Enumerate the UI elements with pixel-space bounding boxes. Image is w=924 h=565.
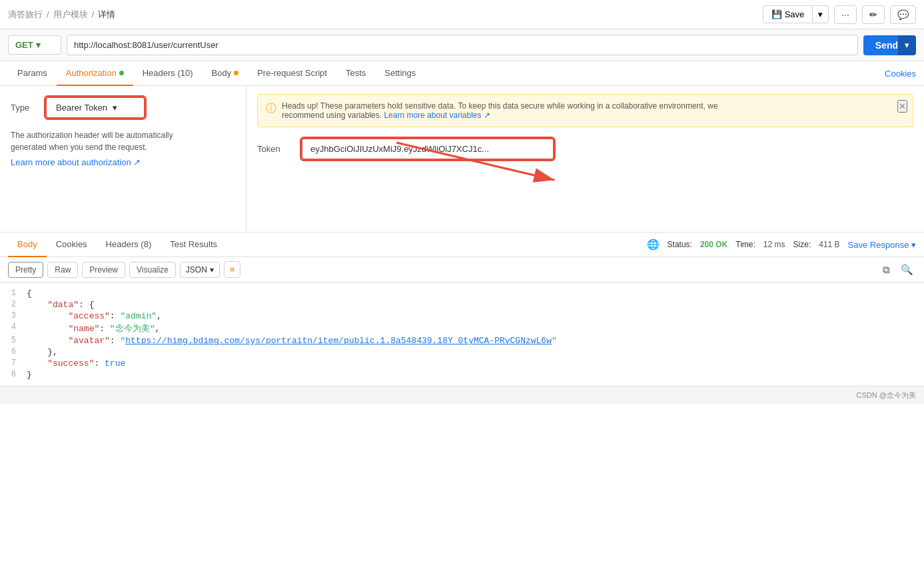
type-label: Type: [11, 103, 37, 113]
learn-more-link[interactable]: Learn more about authorization ↗: [11, 157, 141, 167]
time-label: Time:: [735, 240, 755, 249]
comment-icon: 💬: [897, 9, 909, 20]
code-line-6: 6 },: [0, 346, 924, 358]
format-pretty-button[interactable]: Pretty: [8, 262, 43, 278]
tab-authorization-label: Authorization: [66, 68, 117, 78]
status-value: 200 OK: [700, 240, 727, 249]
method-select[interactable]: GET ▾: [8, 35, 61, 55]
tab-tests[interactable]: Tests: [336, 61, 375, 86]
alert-variables-link[interactable]: Learn more about variables ↗: [384, 111, 490, 120]
toolbar-right: ⧉ 🔍: [880, 263, 916, 277]
code-content-2: "data": {: [27, 300, 924, 310]
send-button[interactable]: Send: [863, 35, 898, 55]
code-line-2: 2 "data": {: [0, 299, 924, 310]
tab-pre-request[interactable]: Pre-request Script: [248, 61, 336, 86]
type-chevron-icon: ▾: [113, 103, 117, 113]
tab-params[interactable]: Params: [8, 61, 57, 86]
save-response-button[interactable]: Save Response ▾: [848, 240, 916, 250]
alert-icon: ⓘ: [266, 102, 276, 116]
code-content-3: "access": "admin",: [27, 311, 924, 321]
response-tab-body[interactable]: Body: [8, 233, 47, 257]
format-raw-button[interactable]: Raw: [47, 262, 78, 278]
copy-button[interactable]: ⧉: [880, 263, 893, 277]
code-line-8: 8 }: [0, 369, 924, 380]
alert-text1: Heads up! These parameters hold sensitiv…: [282, 101, 718, 111]
line-num-2: 2: [0, 300, 27, 309]
alert-banner: ⓘ Heads up! These parameters hold sensit…: [257, 94, 913, 127]
more-button[interactable]: ···: [834, 5, 857, 24]
size-value: 411 B: [819, 240, 839, 249]
tab-settings[interactable]: Settings: [375, 61, 425, 86]
left-panel: Type Bearer Token ▾ The authorization he…: [0, 86, 246, 232]
line-num-3: 3: [0, 311, 27, 320]
code-line-3: 3 "access": "admin",: [0, 310, 924, 322]
response-cookies-label: Cookies: [56, 239, 87, 249]
send-dropdown-button[interactable]: ▾: [898, 35, 916, 55]
breadcrumb-sep2: /: [92, 9, 95, 19]
alert-text2: recommend using variables.: [282, 111, 382, 120]
auth-desc-line2: generated when you send the request.: [11, 143, 147, 152]
comment-button[interactable]: 💬: [890, 5, 916, 24]
tab-headers-label: Headers (10): [143, 68, 193, 78]
alert-text: Heads up! These parameters hold sensitiv…: [282, 101, 718, 120]
response-toolbar: Pretty Raw Preview Visualize JSON ▾ ≡ ⧉ …: [0, 257, 924, 282]
code-line-7: 7 "success": true: [0, 358, 924, 369]
format-visualize-button[interactable]: Visualize: [129, 262, 176, 278]
line-num-7: 7: [0, 358, 27, 368]
alert-close-button[interactable]: ✕: [897, 100, 907, 113]
time-value: 12 ms: [763, 240, 785, 249]
edit-button[interactable]: ✏: [862, 5, 885, 24]
save-dropdown-button[interactable]: ▾: [813, 5, 829, 23]
response-body-label: Body: [17, 239, 37, 249]
save-button[interactable]: 💾 Save: [763, 5, 813, 23]
token-row: Token eyJhbGciOiJIUzUxMiJ9.eyJzdWliOiJ7X…: [257, 138, 913, 160]
line-num-8: 8: [0, 370, 27, 379]
format-preview-button[interactable]: Preview: [82, 262, 125, 278]
code-area: 1 { 2 "data": { 3 "access": "admin", 4 "…: [0, 282, 924, 386]
save-label: Save: [785, 9, 805, 19]
response-area: Body Cookies Headers (8) Test Results 🌐 …: [0, 233, 924, 386]
breadcrumb-part2: 用户模块: [53, 9, 88, 21]
tab-headers[interactable]: Headers (10): [133, 61, 203, 86]
wrap-button[interactable]: ≡: [224, 261, 241, 278]
auth-desc-line1: The authorization header will be automat…: [11, 131, 173, 140]
cookies-link[interactable]: Cookies: [885, 69, 916, 79]
format-type-label: JSON: [186, 265, 207, 275]
search-button[interactable]: 🔍: [898, 263, 916, 277]
tab-body[interactable]: Body: [203, 61, 248, 86]
avatar-url-link[interactable]: https://himg.bdimg.com/sys/portraitn/ite…: [125, 336, 552, 346]
response-tab-headers[interactable]: Headers (8): [97, 233, 161, 257]
response-tab-test-results[interactable]: Test Results: [161, 233, 227, 257]
request-tabs: Params Authorization Headers (10) Body P…: [0, 61, 924, 86]
type-select[interactable]: Bearer Token ▾: [45, 97, 145, 119]
tab-pre-request-label: Pre-request Script: [257, 68, 327, 78]
code-content-7: "success": true: [27, 358, 924, 368]
top-bar: 滴答旅行 / 用户模块 / 详情 💾 Save ▾ ··· ✏ 💬: [0, 0, 924, 29]
tab-settings-label: Settings: [384, 68, 416, 78]
code-content-1: {: [27, 288, 924, 298]
edit-icon: ✏: [869, 9, 877, 20]
authorization-dot-icon: [119, 71, 124, 75]
format-type-select[interactable]: JSON ▾: [180, 262, 220, 278]
tab-params-label: Params: [17, 68, 47, 78]
line-num-5: 5: [0, 336, 27, 345]
format-type-chevron-icon: ▾: [210, 265, 214, 275]
method-label: GET: [15, 40, 33, 50]
status-label: Status:: [668, 240, 692, 249]
response-test-results-label: Test Results: [170, 239, 217, 249]
token-input[interactable]: eyJhbGciOiJIUzUxMiJ9.eyJzdWliOiJ7XCJ1c..…: [301, 138, 554, 160]
url-input[interactable]: [67, 35, 858, 55]
token-value: eyJhbGciOiJIUzUxMiJ9.eyJzdWliOiJ7XCJ1c..…: [310, 144, 489, 154]
tab-body-label: Body: [212, 68, 232, 78]
right-panel: ⓘ Heads up! These parameters hold sensit…: [246, 86, 924, 232]
response-tab-cookies[interactable]: Cookies: [47, 233, 97, 257]
body-dot-icon: [234, 71, 238, 75]
code-line-5: 5 "avatar": "https://himg.bdimg.com/sys/…: [0, 335, 924, 346]
tab-authorization[interactable]: Authorization: [57, 61, 133, 86]
code-content-8: }: [27, 370, 924, 380]
url-bar: GET ▾ Send ▾: [0, 29, 924, 61]
response-status: 🌐 Status: 200 OK Time: 12 ms Size: 411 B…: [647, 239, 916, 251]
response-headers-label: Headers (8): [106, 239, 152, 249]
watermark-text: CSDN @念今为美: [857, 390, 916, 400]
line-num-1: 1: [0, 288, 27, 298]
